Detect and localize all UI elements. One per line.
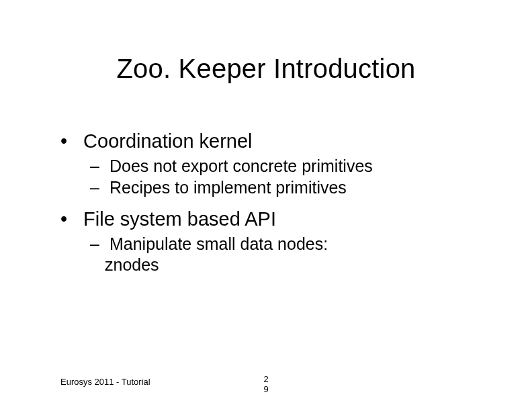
bullet-text: Coordination kernel: [83, 130, 252, 152]
page-number-line: 2: [259, 374, 273, 385]
footer-text: Eurosys 2011 - Tutorial: [60, 377, 150, 387]
bullet-text: File system based API: [83, 208, 276, 230]
page-number: 2 9: [259, 374, 273, 395]
bullet-text: Recipes to implement primitives: [109, 178, 347, 197]
bullet-text: Manipulate small data nodes:: [109, 234, 328, 253]
slide-body: Coordination kernel Does not export conc…: [60, 124, 492, 275]
bullet-level1: Coordination kernel: [60, 130, 492, 153]
bullet-emphasis: znodes: [105, 255, 492, 275]
bullet-text: Does not export concrete primitives: [109, 156, 373, 175]
bullet-level2: Recipes to implement primitives: [90, 177, 492, 198]
slide: Zoo. Keeper Introduction Coordination ke…: [0, 0, 532, 411]
slide-title: Zoo. Keeper Introduction: [0, 54, 532, 84]
bullet-level2: Manipulate small data nodes:: [90, 234, 492, 255]
bullet-level2: Does not export concrete primitives: [90, 156, 492, 177]
bullet-level1: File system based API: [60, 208, 492, 231]
page-number-line: 9: [259, 384, 273, 395]
